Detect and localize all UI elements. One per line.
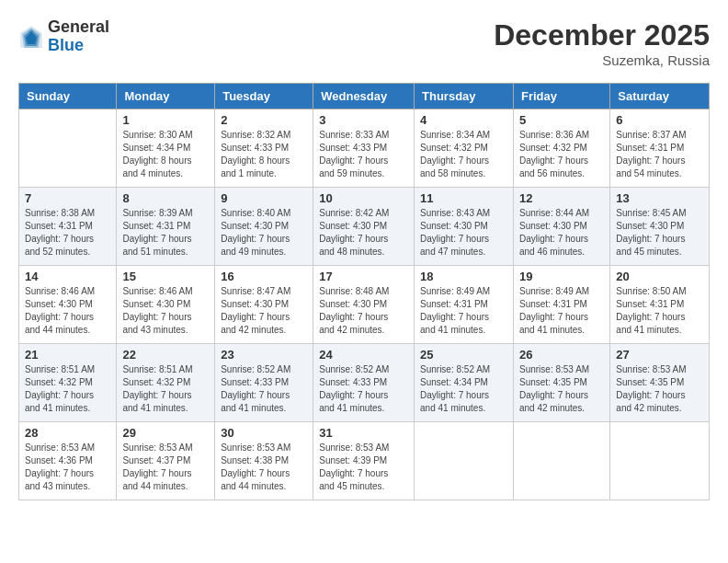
calendar-cell: 18Sunrise: 8:49 AM Sunset: 4:31 PM Dayli… (415, 266, 514, 344)
column-header-monday: Monday (117, 84, 215, 109)
day-info: Sunrise: 8:40 AM Sunset: 4:30 PM Dayligh… (221, 207, 307, 259)
day-number: 19 (519, 270, 604, 283)
title-block: December 2025 Suzemka, Russia (494, 18, 710, 68)
column-header-tuesday: Tuesday (215, 84, 313, 109)
day-info: Sunrise: 8:42 AM Sunset: 4:30 PM Dayligh… (319, 207, 408, 259)
day-number: 11 (420, 191, 507, 205)
day-number: 22 (122, 348, 209, 362)
day-number: 29 (122, 426, 209, 440)
day-info: Sunrise: 8:53 AM Sunset: 4:36 PM Dayligh… (25, 442, 110, 493)
day-number: 8 (122, 191, 209, 205)
day-info: Sunrise: 8:44 AM Sunset: 4:30 PM Dayligh… (519, 207, 604, 259)
day-info: Sunrise: 8:45 AM Sunset: 4:30 PM Dayligh… (616, 207, 703, 259)
day-number: 14 (25, 270, 110, 283)
day-number: 1 (122, 113, 209, 127)
calendar-cell: 19Sunrise: 8:49 AM Sunset: 4:31 PM Dayli… (513, 266, 609, 344)
logo-blue-text: Blue (48, 37, 109, 55)
day-info: Sunrise: 8:52 AM Sunset: 4:34 PM Dayligh… (420, 363, 507, 415)
calendar-cell: 8Sunrise: 8:39 AM Sunset: 4:31 PM Daylig… (117, 188, 215, 266)
week-row-2: 7Sunrise: 8:38 AM Sunset: 4:31 PM Daylig… (19, 188, 710, 266)
day-number: 5 (519, 113, 604, 127)
week-row-3: 14Sunrise: 8:46 AM Sunset: 4:30 PM Dayli… (19, 266, 710, 344)
calendar-cell: 21Sunrise: 8:51 AM Sunset: 4:32 PM Dayli… (19, 344, 117, 422)
day-number: 9 (221, 191, 307, 205)
calendar-cell: 6Sunrise: 8:37 AM Sunset: 4:31 PM Daylig… (610, 109, 710, 188)
day-info: Sunrise: 8:49 AM Sunset: 4:31 PM Dayligh… (420, 285, 507, 337)
calendar-cell: 5Sunrise: 8:36 AM Sunset: 4:32 PM Daylig… (513, 109, 609, 188)
day-info: Sunrise: 8:34 AM Sunset: 4:32 PM Dayligh… (420, 129, 507, 180)
calendar-cell: 10Sunrise: 8:42 AM Sunset: 4:30 PM Dayli… (313, 188, 415, 266)
day-info: Sunrise: 8:38 AM Sunset: 4:31 PM Dayligh… (25, 207, 110, 259)
day-info: Sunrise: 8:37 AM Sunset: 4:31 PM Dayligh… (616, 129, 703, 180)
calendar-cell: 24Sunrise: 8:52 AM Sunset: 4:33 PM Dayli… (313, 344, 415, 422)
day-info: Sunrise: 8:48 AM Sunset: 4:30 PM Dayligh… (319, 285, 408, 337)
day-info: Sunrise: 8:51 AM Sunset: 4:32 PM Dayligh… (122, 363, 209, 415)
week-row-4: 21Sunrise: 8:51 AM Sunset: 4:32 PM Dayli… (19, 344, 710, 422)
calendar-cell: 11Sunrise: 8:43 AM Sunset: 4:30 PM Dayli… (415, 188, 514, 266)
calendar-cell: 16Sunrise: 8:47 AM Sunset: 4:30 PM Dayli… (215, 266, 313, 344)
calendar-cell: 20Sunrise: 8:50 AM Sunset: 4:31 PM Dayli… (610, 266, 710, 344)
calendar-cell: 1Sunrise: 8:30 AM Sunset: 4:34 PM Daylig… (117, 109, 215, 188)
day-info: Sunrise: 8:52 AM Sunset: 4:33 PM Dayligh… (221, 363, 307, 415)
calendar-cell: 29Sunrise: 8:53 AM Sunset: 4:37 PM Dayli… (117, 422, 215, 500)
column-header-sunday: Sunday (19, 84, 117, 109)
calendar-cell: 15Sunrise: 8:46 AM Sunset: 4:30 PM Dayli… (117, 266, 215, 344)
logo-general-text: General (48, 18, 109, 37)
calendar-cell (610, 422, 710, 500)
day-info: Sunrise: 8:46 AM Sunset: 4:30 PM Dayligh… (25, 285, 110, 337)
day-number: 26 (519, 348, 604, 362)
day-info: Sunrise: 8:53 AM Sunset: 4:37 PM Dayligh… (122, 442, 209, 493)
day-info: Sunrise: 8:43 AM Sunset: 4:30 PM Dayligh… (420, 207, 507, 259)
week-row-5: 28Sunrise: 8:53 AM Sunset: 4:36 PM Dayli… (19, 422, 710, 500)
day-number: 24 (319, 348, 408, 362)
day-number: 23 (221, 348, 307, 362)
day-info: Sunrise: 8:32 AM Sunset: 4:33 PM Dayligh… (221, 129, 307, 180)
day-number: 6 (616, 113, 703, 127)
calendar-cell: 4Sunrise: 8:34 AM Sunset: 4:32 PM Daylig… (415, 109, 514, 188)
calendar-cell: 2Sunrise: 8:32 AM Sunset: 4:33 PM Daylig… (215, 109, 313, 188)
day-number: 10 (319, 191, 408, 205)
day-number: 12 (519, 191, 604, 205)
day-info: Sunrise: 8:53 AM Sunset: 4:39 PM Dayligh… (319, 442, 408, 493)
day-number: 13 (616, 191, 703, 205)
calendar-cell (415, 422, 514, 500)
day-number: 25 (420, 348, 507, 362)
day-number: 31 (319, 426, 408, 440)
location-subtitle: Suzemka, Russia (494, 52, 710, 68)
month-title: December 2025 (494, 18, 710, 52)
day-info: Sunrise: 8:36 AM Sunset: 4:32 PM Dayligh… (519, 129, 604, 180)
calendar-cell: 30Sunrise: 8:53 AM Sunset: 4:38 PM Dayli… (215, 422, 313, 500)
calendar-table: SundayMondayTuesdayWednesdayThursdayFrid… (18, 83, 710, 500)
calendar-cell: 23Sunrise: 8:52 AM Sunset: 4:33 PM Dayli… (215, 344, 313, 422)
day-info: Sunrise: 8:53 AM Sunset: 4:35 PM Dayligh… (616, 363, 703, 415)
calendar-cell (19, 109, 117, 188)
day-info: Sunrise: 8:53 AM Sunset: 4:38 PM Dayligh… (221, 442, 307, 493)
logo: General Blue (18, 18, 109, 55)
day-number: 18 (420, 270, 507, 283)
week-row-1: 1Sunrise: 8:30 AM Sunset: 4:34 PM Daylig… (19, 109, 710, 188)
day-number: 3 (319, 113, 408, 127)
calendar-cell: 12Sunrise: 8:44 AM Sunset: 4:30 PM Dayli… (513, 188, 609, 266)
day-number: 2 (221, 113, 307, 127)
column-header-saturday: Saturday (610, 84, 710, 109)
column-header-thursday: Thursday (415, 84, 514, 109)
day-info: Sunrise: 8:47 AM Sunset: 4:30 PM Dayligh… (221, 285, 307, 337)
logo-icon (18, 24, 44, 50)
calendar-cell: 26Sunrise: 8:53 AM Sunset: 4:35 PM Dayli… (513, 344, 609, 422)
calendar-cell: 9Sunrise: 8:40 AM Sunset: 4:30 PM Daylig… (215, 188, 313, 266)
day-info: Sunrise: 8:53 AM Sunset: 4:35 PM Dayligh… (519, 363, 604, 415)
calendar-cell: 3Sunrise: 8:33 AM Sunset: 4:33 PM Daylig… (313, 109, 415, 188)
calendar-cell: 31Sunrise: 8:53 AM Sunset: 4:39 PM Dayli… (313, 422, 415, 500)
calendar-cell: 25Sunrise: 8:52 AM Sunset: 4:34 PM Dayli… (415, 344, 514, 422)
day-number: 4 (420, 113, 507, 127)
day-number: 7 (25, 191, 110, 205)
calendar-cell: 27Sunrise: 8:53 AM Sunset: 4:35 PM Dayli… (610, 344, 710, 422)
day-info: Sunrise: 8:50 AM Sunset: 4:31 PM Dayligh… (616, 285, 703, 337)
day-number: 20 (616, 270, 703, 283)
day-info: Sunrise: 8:30 AM Sunset: 4:34 PM Dayligh… (122, 129, 209, 180)
day-info: Sunrise: 8:49 AM Sunset: 4:31 PM Dayligh… (519, 285, 604, 337)
calendar-cell: 28Sunrise: 8:53 AM Sunset: 4:36 PM Dayli… (19, 422, 117, 500)
day-number: 21 (25, 348, 110, 362)
day-number: 16 (221, 270, 307, 283)
page-header: General Blue December 2025 Suzemka, Russ… (18, 18, 710, 68)
